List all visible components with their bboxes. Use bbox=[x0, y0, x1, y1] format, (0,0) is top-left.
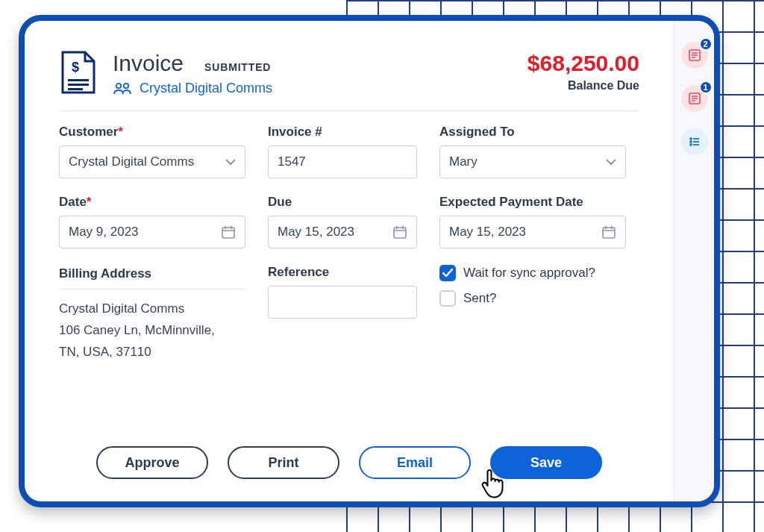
approve-button[interactable]: Approve bbox=[96, 446, 208, 479]
svg-point-13 bbox=[690, 144, 692, 145]
expected-input[interactable]: May 15, 2023 bbox=[439, 216, 626, 248]
assigned-to-value: Mary bbox=[449, 154, 478, 169]
date-input[interactable]: May 9, 2023 bbox=[59, 216, 245, 248]
side-rail: 2 1 bbox=[674, 21, 714, 501]
svg-rect-7 bbox=[394, 228, 406, 238]
billing-line3: TN, USA, 37110 bbox=[59, 342, 245, 363]
invoice-no-input[interactable]: 1547 bbox=[268, 145, 417, 178]
invoice-window: $ Invoice SUBMITTED bbox=[19, 15, 720, 507]
svg-rect-3 bbox=[68, 88, 83, 90]
svg-point-12 bbox=[690, 141, 692, 143]
customer-label: Customer bbox=[59, 125, 245, 140]
reference-label: Reference bbox=[268, 265, 417, 280]
assigned-to-select[interactable]: Mary bbox=[439, 145, 626, 178]
calendar-icon bbox=[601, 225, 616, 240]
customer-value: Crystal Digital Comms bbox=[69, 154, 194, 169]
billing-line2: 106 Caney Ln, McMinnville, bbox=[59, 320, 245, 342]
svg-rect-8 bbox=[603, 228, 615, 238]
expected-label: Expected Payment Date bbox=[439, 195, 626, 210]
due-value: May 15, 2023 bbox=[278, 225, 354, 240]
svg-point-4 bbox=[116, 83, 121, 87]
sent-label: Sent? bbox=[463, 291, 496, 306]
svg-rect-1 bbox=[68, 79, 89, 81]
calendar-icon bbox=[221, 225, 236, 240]
due-label: Due bbox=[268, 195, 417, 210]
sent-checkbox[interactable]: Sent? bbox=[439, 290, 626, 307]
rail-chip-alerts[interactable]: 1 bbox=[681, 85, 708, 112]
rail-chip-list[interactable] bbox=[681, 128, 708, 155]
rail-chip-notes-badge: 2 bbox=[699, 37, 713, 51]
calendar-icon bbox=[392, 225, 407, 240]
print-button[interactable]: Print bbox=[228, 446, 339, 479]
divider bbox=[59, 110, 639, 111]
wait-sync-label: Wait for sync approval? bbox=[463, 266, 595, 281]
svg-rect-2 bbox=[68, 84, 89, 86]
amount-due: $68,250.00 bbox=[527, 51, 639, 76]
page-title: Invoice bbox=[113, 51, 184, 76]
svg-point-5 bbox=[124, 83, 128, 87]
customer-select[interactable]: Crystal Digital Comms bbox=[59, 145, 245, 178]
expected-value: May 15, 2023 bbox=[449, 225, 526, 240]
people-icon bbox=[113, 82, 132, 96]
svg-rect-6 bbox=[222, 228, 234, 238]
header: $ Invoice SUBMITTED bbox=[59, 51, 639, 98]
date-value: May 9, 2023 bbox=[69, 225, 139, 240]
customer-link[interactable]: Crystal Digital Comms bbox=[113, 81, 272, 96]
checkbox-empty-icon bbox=[439, 290, 456, 307]
action-bar: Approve Print Email Save bbox=[59, 434, 639, 479]
chevron-down-icon bbox=[606, 158, 616, 166]
invoice-doc-icon: $ bbox=[59, 51, 99, 98]
checkbox-checked-icon bbox=[439, 265, 456, 281]
due-input[interactable]: May 15, 2023 bbox=[268, 216, 417, 248]
rail-chip-notes[interactable]: 2 bbox=[681, 42, 708, 69]
balance-due-label: Balance Due bbox=[527, 79, 639, 93]
wait-sync-checkbox[interactable]: Wait for sync approval? bbox=[439, 265, 626, 281]
chevron-down-icon bbox=[225, 158, 236, 166]
email-button[interactable]: Email bbox=[359, 446, 471, 479]
divider bbox=[59, 289, 245, 290]
invoice-no-value: 1547 bbox=[278, 154, 306, 169]
reference-input[interactable] bbox=[268, 286, 417, 319]
svg-point-11 bbox=[690, 138, 692, 140]
cursor-pointer-icon bbox=[479, 466, 509, 501]
status-badge: SUBMITTED bbox=[204, 61, 271, 73]
billing-address: Crystal Digital Comms 106 Caney Ln, McMi… bbox=[59, 298, 245, 363]
customer-link-text: Crystal Digital Comms bbox=[140, 81, 272, 96]
billing-address-label: Billing Address bbox=[59, 266, 245, 281]
date-label: Date bbox=[59, 195, 245, 210]
svg-text:$: $ bbox=[72, 60, 79, 75]
billing-name: Crystal Digital Comms bbox=[59, 298, 245, 320]
assigned-to-label: Assigned To bbox=[439, 125, 626, 140]
rail-chip-alerts-badge: 1 bbox=[699, 81, 713, 94]
invoice-no-label: Invoice # bbox=[268, 125, 417, 140]
